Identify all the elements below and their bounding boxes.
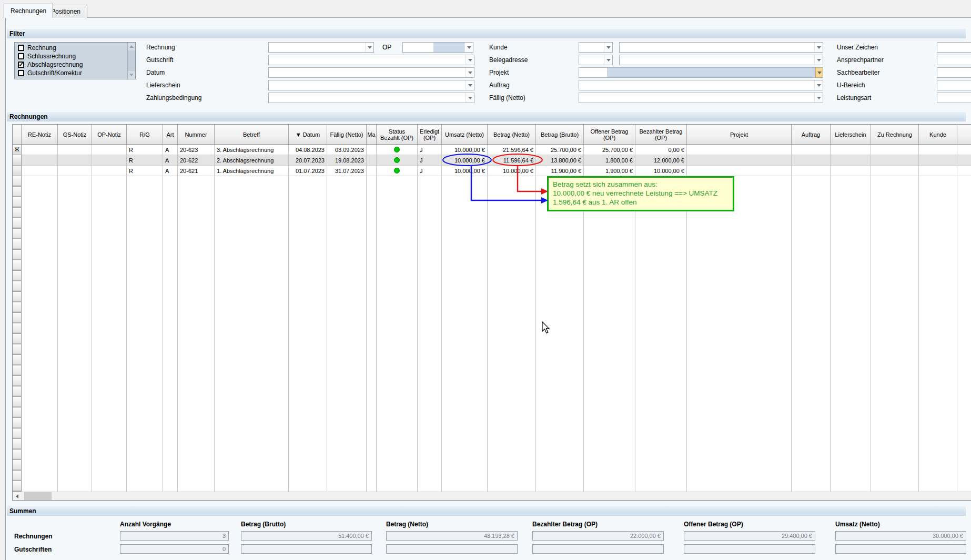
tab-rechnungen[interactable]: Rechnungen [4, 4, 53, 18]
column-header-datum-sorted[interactable]: ▼ Datum [289, 125, 327, 145]
cell-betreff[interactable]: 1. Abschlagsrechnung [215, 166, 289, 176]
row-selector-current[interactable]: Ж [13, 145, 22, 155]
checkbox-icon[interactable] [18, 53, 24, 59]
cell-art[interactable]: A [163, 166, 178, 176]
cell-re-notiz[interactable] [22, 145, 58, 155]
column-header-betrag-netto[interactable]: Betrag (Netto) [488, 125, 536, 145]
dropdown-arrow-icon[interactable] [466, 55, 474, 65]
cell-betrag-brutto[interactable]: 25.700,00 € [536, 145, 584, 155]
column-header-umsatz-netto[interactable]: Umsatz (Netto) [442, 125, 488, 145]
column-header-ma[interactable]: Ma [367, 125, 377, 145]
dropdown-arrow-icon[interactable] [814, 80, 823, 90]
faellig-netto-combobox[interactable] [579, 93, 823, 103]
cell-kunde[interactable] [919, 145, 957, 155]
cell-faellig[interactable]: 31.07.2023 [327, 166, 367, 176]
cell-re-notiz[interactable] [22, 166, 58, 176]
cell-auftrag[interactable] [792, 166, 831, 176]
column-header-status-bezahlt[interactable]: Status Bezahlt (OP) [377, 125, 418, 145]
cell-nummer[interactable]: 20-621 [178, 166, 215, 176]
cell-kunde[interactable] [919, 155, 957, 166]
filter-type-schlussrechnung[interactable]: Schlussrechnung [16, 52, 76, 60]
cell-ma[interactable] [367, 145, 377, 155]
column-header-faellig-netto[interactable]: Fällig (Netto) [327, 125, 367, 145]
cell-projekt[interactable] [687, 145, 792, 155]
sachbearbeiter-field[interactable] [937, 67, 971, 78]
cell-datum[interactable]: 04.08.2023 [289, 145, 327, 155]
cell-projekt[interactable] [687, 166, 792, 176]
cell-lieferschein[interactable] [831, 155, 871, 166]
column-header-kunde[interactable]: Kunde [919, 125, 957, 145]
cell-datum[interactable]: 20.07.2023 [289, 155, 327, 166]
cell-zu-rechnung[interactable] [871, 145, 919, 155]
cell-lieferschein[interactable] [831, 166, 871, 176]
cell-betrag-brutto[interactable]: 11.900,00 € [536, 166, 584, 176]
cell-gs-notiz[interactable] [58, 166, 92, 176]
checkbox-icon[interactable] [18, 62, 24, 68]
cell-betrag-netto-circled-red[interactable]: 11.596,64 € [488, 155, 536, 166]
cell-betreff[interactable]: 3. Abschlagsrechnung [215, 145, 289, 155]
cell-umsatz-circled-blue[interactable]: 10.000,00 € [442, 155, 488, 166]
cell-ma[interactable] [367, 155, 377, 166]
cell-betreff[interactable]: 2. Abschlagsrechnung [215, 155, 289, 166]
auftrag-combobox[interactable] [579, 80, 823, 90]
datum-combobox[interactable] [268, 67, 474, 78]
cell-bezahlter-betrag[interactable]: 10.000,00 € [635, 166, 687, 176]
dropdown-arrow-icon[interactable] [604, 43, 612, 52]
cell-re-notiz[interactable] [22, 155, 58, 166]
cell-art[interactable]: A [163, 145, 178, 155]
cell-projekt[interactable] [687, 155, 792, 166]
column-header-lieferschein[interactable]: Lieferschein [831, 125, 871, 145]
listbox-scrollbar[interactable] [127, 43, 135, 79]
cell-betrag-netto[interactable]: 10.000,00 € [488, 166, 536, 176]
cell-status[interactable] [377, 166, 418, 176]
column-header-zu-rechnung[interactable]: Zu Rechnung [871, 125, 919, 145]
cell-status[interactable] [377, 155, 418, 166]
cell-auftrag[interactable] [792, 145, 831, 155]
gutschrift-combobox[interactable] [268, 55, 474, 65]
checkbox-icon[interactable] [18, 45, 24, 51]
op-combobox[interactable] [402, 42, 473, 53]
cell-erledigt[interactable]: J [418, 145, 442, 155]
cell-faellig[interactable]: 03.09.2023 [327, 145, 367, 155]
cell-rg[interactable]: R [127, 145, 163, 155]
belegadresse-name-combobox[interactable] [619, 55, 823, 65]
dropdown-arrow-icon[interactable] [466, 68, 474, 77]
column-header-nummer[interactable]: Nummer [178, 125, 215, 145]
cell-umsatz[interactable]: 10.000,00 € [442, 145, 488, 155]
projekt-dropdown-button[interactable] [815, 68, 823, 77]
cell-ma[interactable] [367, 166, 377, 176]
column-header-erledigt[interactable]: Erledigt (OP) [418, 125, 442, 145]
cell-rg[interactable]: R [127, 166, 163, 176]
leistungsart-field[interactable] [937, 93, 971, 103]
column-header-offener-betrag[interactable]: Offener Betrag (OP) [584, 125, 635, 145]
column-header-re-notiz[interactable]: RE-Notiz [22, 125, 58, 145]
filter-type-rechnung[interactable]: Rechnung [16, 44, 56, 52]
cell-zu-rechnung[interactable] [871, 155, 919, 166]
cell-bezahlter-betrag[interactable]: 12.000,00 € [635, 155, 687, 166]
dropdown-arrow-icon[interactable] [466, 80, 474, 90]
cell-offener-betrag[interactable]: 1.800,00 € [584, 155, 635, 166]
cell-gs-notiz[interactable] [58, 145, 92, 155]
cell-erledigt[interactable]: J [418, 155, 442, 166]
invoice-type-listbox[interactable]: Rechnung Schlussrechnung Abschlagsrechnu… [14, 42, 136, 79]
cell-betrag-netto[interactable]: 21.596,64 € [488, 145, 536, 155]
column-header-auftrag[interactable]: Auftrag [792, 125, 831, 145]
dropdown-arrow-icon[interactable] [466, 93, 474, 103]
filter-type-gutschrift-korrektur[interactable]: Gutschrift/Korrektur [16, 69, 82, 77]
scrollbar-thumb[interactable] [24, 492, 52, 500]
dropdown-arrow-icon[interactable] [814, 55, 823, 65]
column-header-art[interactable]: Art [163, 125, 178, 145]
cell-datum[interactable]: 01.07.2023 [289, 166, 327, 176]
filter-type-abschlagsrechnung[interactable]: Abschlagsrechnung [16, 60, 83, 69]
dropdown-arrow-icon[interactable] [365, 43, 373, 52]
scroll-left-icon[interactable] [13, 492, 22, 500]
cell-betrag-brutto[interactable]: 13.800,00 € [536, 155, 584, 166]
rechnung-combobox[interactable] [268, 42, 374, 53]
unser-zeichen-field[interactable] [937, 42, 971, 53]
row-selector[interactable] [13, 155, 22, 166]
scroll-down-icon[interactable] [128, 71, 135, 79]
column-header-bezahlter-betrag[interactable]: Bezahlter Betrag (OP) [635, 125, 687, 145]
column-header-rg[interactable]: R/G [127, 125, 163, 145]
cell-offener-betrag[interactable]: 25.700,00 € [584, 145, 635, 155]
cell-op-notiz[interactable] [92, 155, 127, 166]
